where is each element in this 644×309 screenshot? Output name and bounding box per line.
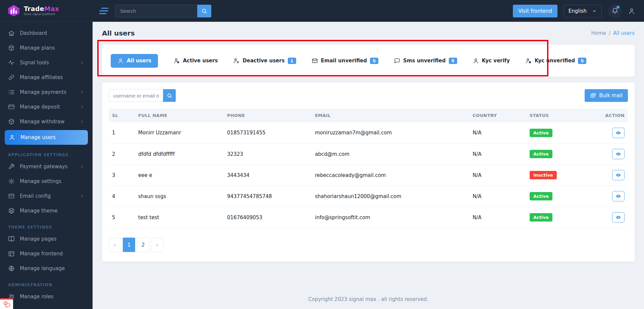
language-select-value: English xyxy=(569,8,587,14)
bulk-mail-icon xyxy=(590,92,596,99)
user-search-button[interactable] xyxy=(163,89,176,102)
pagination-next-button[interactable]: › xyxy=(151,238,163,252)
sidebar-item-label: Manage deposit xyxy=(20,104,60,110)
sidebar-item-manage-affiliates[interactable]: Manage affiliates xyxy=(0,70,93,85)
tab-email-unverified[interactable]: Email unverified 5 xyxy=(312,58,378,64)
sidebar-item-manage-settings[interactable]: Manage settings xyxy=(0,174,93,189)
bulk-mail-button[interactable]: Bulk mail xyxy=(585,89,628,102)
visit-frontend-button[interactable]: Visit frontend xyxy=(513,5,557,17)
sidebar-item-email-config[interactable]: Email config xyxy=(0,189,93,203)
user-icon xyxy=(117,58,124,64)
user-check-icon xyxy=(173,58,180,64)
notifications-button[interactable] xyxy=(608,4,622,18)
sidebar-item-manage-theme[interactable]: Manage theme xyxy=(0,203,93,218)
column-header-status: STATUS xyxy=(526,109,588,122)
tab-all-users[interactable]: All users xyxy=(111,54,158,68)
language-select[interactable]: English xyxy=(564,5,602,17)
pagination-prev-button[interactable]: ‹ xyxy=(109,238,121,252)
profile-menu-button[interactable] xyxy=(628,7,635,15)
mail-icon xyxy=(312,58,318,64)
cell-status: Active xyxy=(526,207,588,228)
cell-email: shahoriarshaun12000@gmail.com xyxy=(312,186,469,207)
status-badge: Active xyxy=(530,213,552,222)
view-user-button[interactable] xyxy=(612,170,625,180)
sidebar-item-label: Manage roles xyxy=(20,294,54,300)
tab-deactive-users[interactable]: Deactive users 1 xyxy=(233,58,296,64)
chevron-down-icon xyxy=(592,9,597,13)
tab-count-badge: 5 xyxy=(449,58,457,64)
sidebar-item-payment-gateways[interactable]: Payment gateways xyxy=(0,159,93,174)
main-area: Visit frontend English All users xyxy=(93,0,644,309)
sidebar-item-manage-language[interactable]: Manage language xyxy=(0,261,93,276)
laravel-debugbar-icon[interactable] xyxy=(0,298,13,309)
breadcrumb-home-link[interactable]: Home xyxy=(591,30,606,36)
sidebar-item-label: Manage plans xyxy=(20,45,55,51)
sidebar-item-manage-roles[interactable]: Manage roles xyxy=(0,289,93,304)
sidebar-item-manage-frontend[interactable]: Manage frontend xyxy=(0,246,93,261)
chevron-right-icon xyxy=(80,105,85,109)
tab-label: Sms unverified xyxy=(403,58,445,64)
cell-country: N/A xyxy=(469,165,526,186)
tab-kyc-unverified[interactable]: Kyc unverified 5 xyxy=(525,58,586,64)
pagination-page-1[interactable]: 1 xyxy=(123,238,135,252)
table-row: 4 shaun ssgs 94377454785748 shahoriarsha… xyxy=(109,186,628,207)
cell-email: abcd@m.com xyxy=(312,143,469,165)
wrench-icon xyxy=(8,163,15,170)
cell-country: N/A xyxy=(469,143,526,165)
frontend-icon xyxy=(8,250,15,257)
sidebar-item-dashboard[interactable]: Dashboard xyxy=(0,26,93,41)
sidebar-item-label: Email config xyxy=(20,193,51,199)
view-user-button[interactable] xyxy=(612,149,625,159)
view-user-button[interactable] xyxy=(612,212,625,223)
sidebar-item-manage-payments[interactable]: Manage payments xyxy=(0,85,93,100)
topbar-search xyxy=(115,5,211,17)
column-header-email: EMAIL xyxy=(312,109,469,122)
brand-logo[interactable]: TradeMax forex signal platform xyxy=(0,0,93,22)
tab-sms-unverified[interactable]: Sms unverified 5 xyxy=(394,58,457,64)
table-row: 3 eee e 3443434 rebeccacoleady@gmail.com… xyxy=(109,165,628,186)
breadcrumb-separator: / xyxy=(609,30,610,36)
sidebar-nav: Dashboard Manage plans Signal tools Mana… xyxy=(0,22,93,309)
sidebar-section-administration: ADMINISTRATION xyxy=(0,276,93,289)
cell-full-name: dfdfd dfdfdfffff xyxy=(135,143,224,165)
user-icon xyxy=(9,134,15,141)
user-search-input[interactable] xyxy=(109,89,163,102)
sidebar-item-manage-plans[interactable]: Manage plans xyxy=(0,41,93,55)
cell-email: moniruzzaman7m@gmail.com xyxy=(312,122,469,143)
view-user-button[interactable] xyxy=(612,128,625,138)
chevron-right-icon xyxy=(80,60,85,65)
activity-icon xyxy=(8,59,15,66)
tab-active-users[interactable]: Active users xyxy=(173,58,218,64)
sidebar-item-manage-pages[interactable]: Manage pages xyxy=(0,232,93,246)
breadcrumb-current: All users xyxy=(613,30,635,36)
cell-action xyxy=(588,143,628,165)
page-title: All users xyxy=(102,29,135,37)
topbar-search-button[interactable] xyxy=(197,5,211,17)
user-cancel-icon xyxy=(525,58,532,64)
table-row: 5 test test 01676409053 info@springsofti… xyxy=(109,207,628,228)
eye-icon xyxy=(615,130,621,136)
users-table-header: SLFULL NAMEPHONEEMAILCOUNTRYSTATUSACTION xyxy=(109,109,628,122)
sidebar-item-manage-withdraw[interactable]: Manage withdraw xyxy=(0,114,93,129)
globe-icon xyxy=(8,265,15,272)
cell-phone: 018573191455 xyxy=(224,122,312,143)
pagination-page-2[interactable]: 2 xyxy=(137,238,149,252)
tab-label: Deactive users xyxy=(243,58,284,64)
sidebar-item-manage-users[interactable]: Manage users xyxy=(5,130,88,145)
chevron-right-icon xyxy=(80,164,85,169)
book-icon xyxy=(8,236,15,242)
topbar-search-input[interactable] xyxy=(115,5,197,17)
table-row: 2 dfdfd dfdfdfffff 32323 abcd@m.com N/A … xyxy=(109,143,628,165)
tab-kyc-verify[interactable]: Kyc verify xyxy=(473,58,510,64)
sidebar-item-manage-deposit[interactable]: Manage deposit xyxy=(0,100,93,114)
sidebar-item-signal-tools[interactable]: Signal tools xyxy=(0,55,93,70)
sidebar-toggle-hamburger-icon[interactable] xyxy=(99,8,108,14)
sidebar-item-label: Manage language xyxy=(20,265,65,271)
home-icon xyxy=(8,30,15,37)
column-header-country: COUNTRY xyxy=(469,109,526,122)
status-badge: Inactive xyxy=(530,171,557,179)
tab-label: Active users xyxy=(183,58,218,64)
users-table-body: 1 Monirr Uzzamanr 018573191455 moniruzza… xyxy=(109,122,628,228)
table-row: 1 Monirr Uzzamanr 018573191455 moniruzza… xyxy=(109,122,628,143)
view-user-button[interactable] xyxy=(612,191,625,201)
